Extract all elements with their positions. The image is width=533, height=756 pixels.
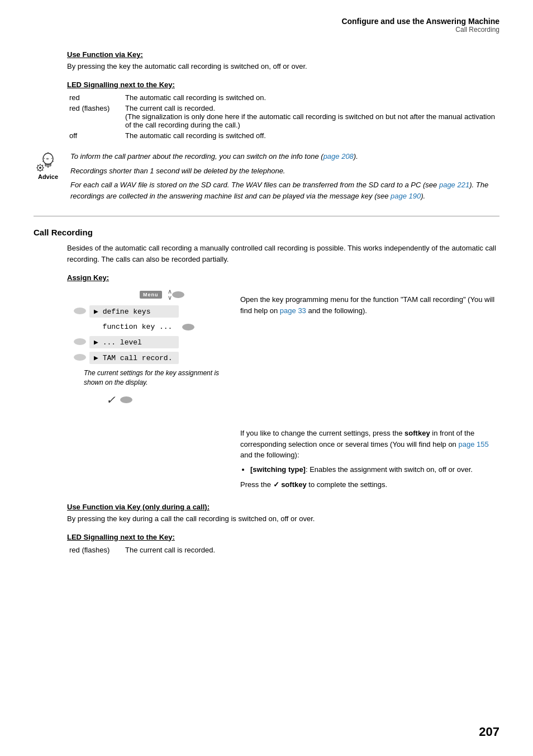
- page-header: Configure and use the Answering Machine …: [34, 17, 499, 34]
- call-recording-title: Call Recording: [34, 228, 499, 237]
- right-link-33[interactable]: page 33: [280, 306, 306, 315]
- led-label-off: off: [67, 130, 123, 141]
- advice-line-2: Recordings shorter than 1 second will be…: [70, 166, 499, 177]
- display-row-function-key: function key ...: [67, 321, 235, 333]
- right-col-text-top: Open the key programming menu for the fu…: [240, 294, 499, 316]
- bullet-list: [switching type]: Enables the assignment…: [250, 464, 499, 475]
- led-row-off: off The automatic call recording is swit…: [67, 130, 499, 141]
- led-table: red The automatic call recording is swit…: [67, 92, 499, 141]
- led-label-red: red: [67, 92, 123, 103]
- page-number: 207: [479, 725, 499, 739]
- led-signalling-bottom-heading: LED Signalling next to the Key:: [67, 533, 499, 541]
- call-recording-intro: Besides of the automatic call recording …: [67, 243, 499, 264]
- svg-line-14: [37, 165, 39, 166]
- svg-line-6: [51, 158, 53, 159]
- checkmark-icon: ✓: [106, 393, 116, 407]
- led-signalling-bottom-section: LED Signalling next to the Key: red (fla…: [67, 533, 499, 555]
- led-row-red: red The automatic call recording is swit…: [67, 92, 499, 103]
- svg-line-16: [37, 170, 39, 171]
- display-level: ▶ ... level: [89, 336, 179, 348]
- bullet-item-switching-type: [switching type]: Enables the assignment…: [250, 464, 499, 475]
- italic-label: The current settings for the key assignm…: [84, 368, 235, 388]
- led-text-red-flashes: The current call is recorded.(The signal…: [123, 103, 499, 130]
- softkey-tam[interactable]: [74, 354, 86, 361]
- advice-icon: [36, 151, 60, 172]
- advice-link-221[interactable]: page 221: [439, 181, 469, 189]
- svg-point-18: [39, 167, 41, 169]
- advice-line-1: To inform the call partner about the rec…: [70, 151, 499, 162]
- led-bottom-label: red (flashes): [67, 545, 123, 555]
- section-divider: [34, 216, 499, 216]
- use-function-body: By pressing the key the automatic call r…: [67, 62, 499, 70]
- softkey-checkmark[interactable]: [120, 396, 132, 403]
- led-text-red: The automatic call recording is switched…: [123, 92, 499, 103]
- arrow-down-icon: ∨: [168, 295, 172, 301]
- phone-right: Open the key programming menu for the fu…: [235, 289, 499, 494]
- display-row-tam: ▶ TAM call record.: [67, 352, 235, 364]
- svg-line-17: [42, 165, 44, 166]
- page-header-subtitle: Call Recording: [34, 26, 499, 34]
- advice-label: Advice: [38, 173, 58, 180]
- advice-link-208[interactable]: page 208: [323, 152, 354, 160]
- led-table-bottom: red (flashes) The current call is record…: [67, 545, 499, 555]
- led-row-red-flashes: red (flashes) The current call is record…: [67, 103, 499, 130]
- use-function-section: Use Function via Key: By pressing the ke…: [67, 50, 499, 70]
- phone-diagram: Menu ∧ ∨ ▶ define keys: [67, 289, 499, 494]
- menu-button-row: Menu ∧ ∨: [95, 289, 235, 301]
- led-label-red-flashes: red (flashes): [67, 103, 123, 130]
- softkey-right-1[interactable]: [172, 291, 184, 298]
- advice-link-190[interactable]: page 190: [391, 192, 421, 200]
- advice-icon-container: Advice: [34, 151, 63, 180]
- advice-text: To inform the call partner about the rec…: [70, 151, 499, 205]
- display-row-level: ▶ ... level: [67, 336, 235, 348]
- right-col-text-bottom: If you like to change the current settin…: [240, 428, 499, 490]
- softkey-define-keys[interactable]: [74, 308, 86, 314]
- display-tam: ▶ TAM call record.: [89, 352, 179, 364]
- led-signalling-heading: LED Signalling next to the Key:: [67, 81, 499, 89]
- page-header-title: Configure and use the Answering Machine: [34, 17, 499, 26]
- led-signalling-section: LED Signalling next to the Key: red The …: [67, 81, 499, 141]
- menu-button[interactable]: Menu: [140, 291, 162, 299]
- led-text-off: The automatic call recording is switched…: [123, 130, 499, 141]
- display-function-key: function key ...: [89, 321, 179, 333]
- svg-line-4: [44, 158, 45, 159]
- checkmark-row: ✓: [106, 393, 235, 407]
- use-function-heading: Use Function via Key:: [67, 50, 499, 59]
- led-bottom-row-red-flashes: red (flashes) The current call is record…: [67, 545, 499, 555]
- right-checkmark-text: Press the ✓ softkey to complete the sett…: [240, 479, 499, 490]
- use-function-during-call-section: Use Function via Key (only during a call…: [67, 503, 499, 523]
- call-recording-section: Call Recording Besides of the automatic …: [34, 228, 499, 555]
- right-text-1: Open the key programming menu for the fu…: [240, 294, 499, 316]
- right-text-2: If you like to change the current settin…: [240, 428, 499, 461]
- advice-line-3: For each call a WAV file is stored on th…: [70, 179, 499, 201]
- softkey-level[interactable]: [74, 338, 86, 345]
- phone-left: Menu ∧ ∨ ▶ define keys: [67, 289, 235, 407]
- use-function-during-call-body: By pressing the key during a call the ca…: [67, 514, 499, 523]
- display-row-define-keys: ▶ define keys: [67, 305, 235, 318]
- nav-arrows: ∧ ∨: [168, 289, 172, 301]
- display-define-keys: ▶ define keys: [89, 305, 179, 318]
- led-bottom-text: The current call is recorded.: [123, 545, 499, 555]
- right-link-155[interactable]: page 155: [458, 440, 488, 448]
- svg-line-15: [42, 170, 44, 171]
- use-function-during-call-heading: Use Function via Key (only during a call…: [67, 503, 499, 511]
- advice-box: Advice To inform the call partner about …: [34, 151, 499, 205]
- assign-key-heading: Assign Key:: [67, 273, 499, 282]
- softkey-function-key[interactable]: [182, 324, 194, 330]
